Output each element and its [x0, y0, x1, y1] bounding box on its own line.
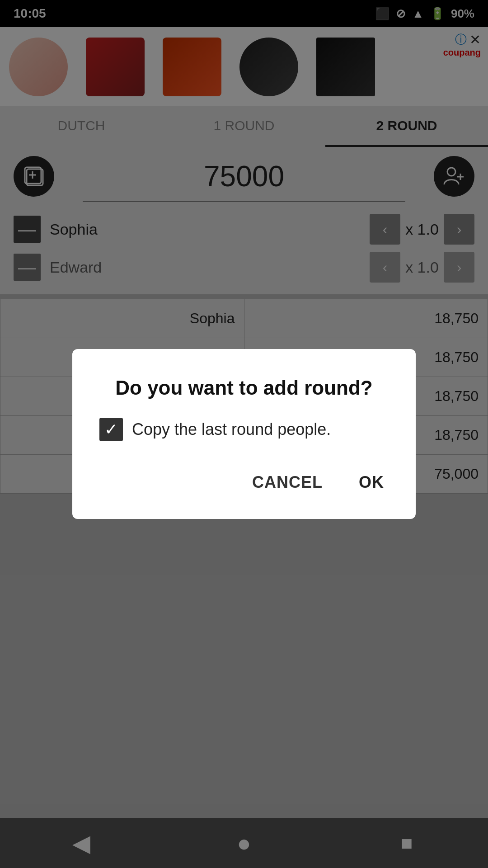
dialog-checkbox-row[interactable]: ✓ Copy the last round people. [95, 418, 331, 441]
modal-overlay: Do you want to add round? ✓ Copy the las… [0, 0, 488, 868]
copy-checkbox[interactable]: ✓ [99, 418, 123, 441]
add-round-dialog: Do you want to add round? ✓ Copy the las… [72, 349, 416, 519]
cancel-button[interactable]: CANCEL [243, 468, 332, 496]
copy-label: Copy the last round people. [132, 420, 331, 439]
ok-button[interactable]: OK [350, 468, 393, 496]
checkmark-icon: ✓ [104, 420, 118, 439]
dialog-title: Do you want to add round? [95, 376, 393, 400]
dialog-actions: CANCEL OK [243, 468, 393, 496]
